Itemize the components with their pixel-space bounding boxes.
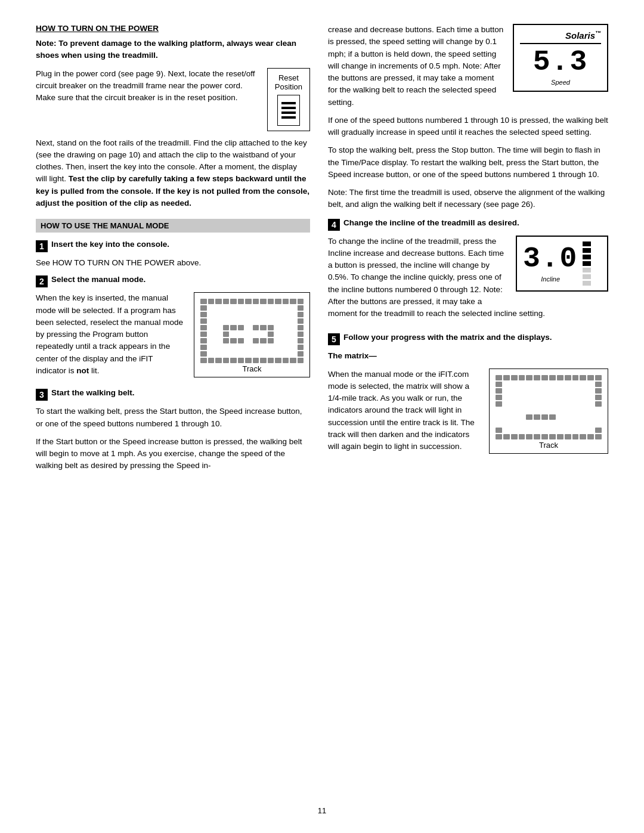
power-note: Note: To prevent damage to the walking p… [36,38,310,62]
step4-number: 4 [328,219,340,231]
step2-track-display: Track [194,292,310,377]
right-column: Solaris™ 5.3 Speed crease and decrease b… [328,24,608,478]
page: HOW TO TURN ON THE POWER Note: To preven… [0,0,644,833]
incline-label: Incline [523,275,578,283]
step1-body: See HOW TO TURN ON THE POWER above. [36,257,310,269]
solaris-speed-display: Solaris™ 5.3 Speed [513,24,608,92]
incline-bars [583,241,591,286]
step5-track-display: Track [489,368,608,454]
not-text: not [76,366,89,375]
step4-header: 4 Change the incline of the treadmill as… [328,218,608,231]
step3-number: 3 [36,389,48,401]
incline-display: 3.0 Incline [516,236,608,292]
power-p2-bold: Test the clip by carefully taking a few … [36,174,309,208]
incline-number: 3.0 [523,244,578,273]
step3-header: 3 Start the walking belt. [36,388,310,401]
step2-title: Select the manual mode. [51,275,145,284]
step5-header: 5 Follow your progress with the matrix a… [328,333,608,345]
power-paragraph2: Next, stand on the foot rails of the tre… [36,137,310,210]
left-column: HOW TO TURN ON THE POWER Note: To preven… [36,24,310,478]
step3-title: Start the walking belt. [51,388,135,397]
step1-number: 1 [36,240,48,252]
reset-position-figure: Reset Position [267,68,310,131]
step1-header: 1 Insert the key into the console. [36,240,310,252]
step5-number: 5 [328,333,340,345]
solaris-speed-label: Speed [520,79,601,86]
right-p4: Note: The first time the treadmill is us… [328,187,608,211]
right-p2: If one of the speed buttons numbered 1 t… [328,114,608,139]
step2-track-label: Track [200,364,304,373]
step3-body-p1: To start the walking belt, press the Sta… [36,405,310,430]
manual-mode-header: HOW TO USE THE MANUAL MODE [36,219,310,233]
matrix-header: The matrix— [328,351,377,360]
reset-label-line1: Reset [275,73,302,82]
reset-label-line2: Position [275,82,302,91]
step3-body-p2: If the Start button or the Speed increas… [36,436,310,472]
step4-title: Change the incline of the treadmill as d… [343,218,519,227]
solaris-brand: Solaris™ [520,30,601,44]
step5-track-label: Track [496,441,602,450]
step2-number: 2 [36,275,48,287]
solaris-speed-number: 5.3 [520,48,601,76]
step5-title: Follow your progress with the matrix and… [343,333,552,342]
page-number: 11 [318,806,326,815]
right-p3: To stop the walking belt, press the Stop… [328,144,608,181]
step2-header: 2 Select the manual mode. [36,275,310,287]
power-section-header: HOW TO TURN ON THE POWER [36,24,310,33]
step1-title: Insert the key into the console. [51,240,169,249]
